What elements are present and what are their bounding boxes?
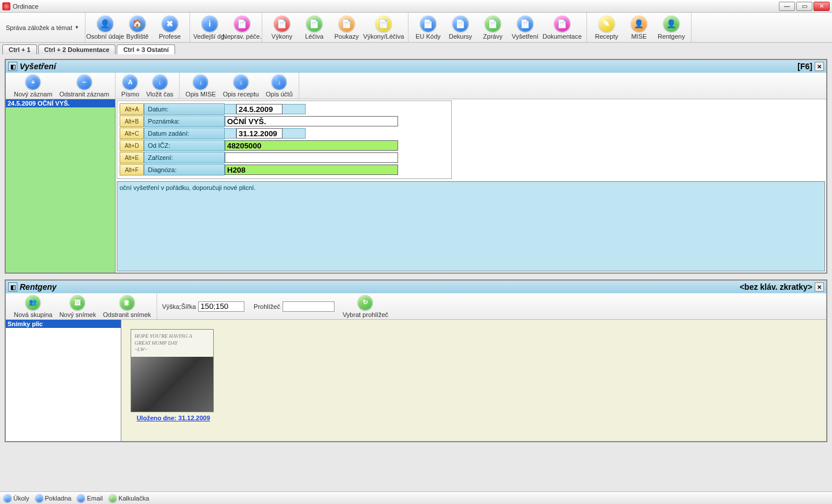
- toolbar-icon: 📄: [274, 16, 290, 32]
- panel-icon[interactable]: ◧: [8, 282, 17, 292]
- tab-strip: Ctrl + 1Ctrl + 2 DokumentaceCtrl + 3 Ost…: [0, 43, 832, 54]
- date-suffix-cell[interactable]: [283, 104, 306, 114]
- vys-opis-mise[interactable]: ↓Opis MISE: [182, 73, 220, 99]
- choose-viewer-button[interactable]: ↻ Vybrat prohlížeč: [339, 293, 392, 319]
- maximize-button[interactable]: ▭: [796, 2, 812, 11]
- vysetreni-toolbar: +Nový záznam−Odstranit záznamAPísmo↓Vlož…: [6, 73, 826, 99]
- toolbar-recepty[interactable]: ✎Recepty: [590, 13, 623, 42]
- vys-opis-receptu[interactable]: ↓Opis receptu: [220, 73, 262, 99]
- rentgeny-thumbnails: HOPE YOU'RE HAVING A GREAT HUMP DAY ~LW~…: [121, 320, 826, 441]
- vys-odstranit-z-znam[interactable]: −Odstranit záznam: [56, 73, 113, 99]
- vysetreni-list[interactable]: 24.5.2009 OČNÍ VYŠ.: [6, 99, 116, 272]
- tab[interactable]: Ctrl + 3 Ostatní: [117, 44, 175, 54]
- toolbar-icon: 📄: [420, 16, 436, 32]
- toolbar-vedlej-dg-[interactable]: iVedlejší dg.: [194, 13, 226, 42]
- status-icon: [3, 494, 12, 502]
- button-label: Vložit čas: [146, 91, 173, 98]
- vys-nov-z-znam[interactable]: +Nový záznam: [10, 73, 56, 99]
- vysetreni-note[interactable]: oční vyšetření v pořádku, doporučuji nov…: [117, 181, 825, 271]
- toolbar-vy-et-en-[interactable]: 📄Vyšetření: [509, 13, 541, 42]
- status-pokladna[interactable]: Pokladna: [35, 494, 72, 502]
- form-row: Alt+DOd IČZ:: [120, 140, 449, 151]
- hotkey-badge: Alt+D: [120, 140, 144, 151]
- toolbar-rentgeny[interactable]: 👤Rentgeny: [655, 13, 688, 42]
- date-suffix-cell[interactable]: [283, 128, 306, 139]
- button-icon: 🖼: [70, 295, 85, 310]
- status-email[interactable]: Email: [77, 494, 103, 502]
- hotkey-badge: Alt+E: [120, 152, 144, 163]
- toolbar-bydli-t-[interactable]: 🏠Bydliště: [121, 13, 154, 42]
- toolbar-mise[interactable]: 👤MISE: [623, 13, 655, 42]
- rentgeny-list[interactable]: Snímky plic: [6, 320, 121, 441]
- vys-opis-t-[interactable]: ↓Opis účtů: [262, 73, 296, 99]
- toolbar-poukazy[interactable]: 📄Poukazy: [330, 13, 363, 42]
- close-button[interactable]: ✕: [814, 2, 830, 11]
- overlay-line-3: ~LW~: [135, 346, 210, 353]
- toolbar-dokumentace[interactable]: 📄Dokumentace: [541, 13, 583, 42]
- toolbar-icon: 📄: [554, 16, 570, 32]
- button-icon: A: [122, 74, 138, 89]
- field-value-wrap: [225, 164, 449, 176]
- toolbar-icon: 📄: [452, 16, 469, 32]
- button-label: Nový snímek: [60, 311, 96, 318]
- panel-close-button[interactable]: ✕: [815, 282, 824, 292]
- hotkey-badge: Alt+A: [120, 103, 144, 115]
- text-input[interactable]: [225, 116, 398, 126]
- manage-tabs-menu[interactable]: Správa záložek a témat ▼: [0, 13, 86, 42]
- button-icon: 🗑: [120, 295, 135, 310]
- button-icon: ↓: [193, 74, 208, 89]
- tab[interactable]: Ctrl + 2 Dokumentace: [38, 44, 116, 54]
- status-kalkulačka[interactable]: Kalkulačka: [109, 494, 149, 502]
- rentgeny-list-row-selected[interactable]: Snímky plic: [6, 320, 121, 328]
- rtg-nov-skupina[interactable]: 👥Nová skupina: [10, 293, 56, 319]
- toolbar-label: Recepty: [595, 33, 618, 40]
- panel-close-button[interactable]: ✕: [815, 62, 824, 71]
- toolbar-profese[interactable]: ✖Profese: [154, 13, 186, 42]
- date-prefix-cell[interactable]: [225, 104, 236, 114]
- toolbar-neprav-p-e-[interactable]: 📄Neprav. péče.: [226, 13, 258, 42]
- text-input[interactable]: [225, 140, 398, 151]
- status-icon: [77, 494, 85, 502]
- thumbnail-caption[interactable]: Uloženo dne: 31.12.2009: [131, 412, 216, 421]
- toolbar-dekursy[interactable]: 📄Dekursy: [444, 13, 477, 42]
- toolbar-label: Zprávy: [483, 33, 503, 40]
- toolbar-eu-k-dy[interactable]: 📄EU Kódy: [412, 13, 444, 42]
- titlebar: Ordinace — ▭ ✕: [0, 0, 832, 13]
- rtg-odstranit-sn-mek[interactable]: 🗑Odstranit snímek: [99, 293, 154, 319]
- date-input[interactable]: [236, 128, 283, 139]
- status-icon: [35, 494, 43, 502]
- toolbar-label: Léčiva: [305, 33, 324, 40]
- vysetreni-list-row-selected[interactable]: 24.5.2009 OČNÍ VYŠ.: [6, 99, 115, 107]
- vys-p-smo[interactable]: APísmo: [118, 73, 143, 99]
- form-row: Alt+EZařízení:: [120, 152, 449, 163]
- status-úkoly[interactable]: Úkoly: [3, 494, 29, 502]
- button-label: Opis účtů: [266, 91, 292, 98]
- date-input[interactable]: [236, 104, 283, 114]
- date-prefix-cell[interactable]: [225, 128, 236, 139]
- viewer-input[interactable]: [283, 301, 335, 312]
- toolbar-l-iva[interactable]: 📄Léčiva: [298, 13, 330, 42]
- rtg-nov-sn-mek[interactable]: 🖼Nový snímek: [56, 293, 100, 319]
- xray-thumbnail[interactable]: HOPE YOU'RE HAVING A GREAT HUMP DAY ~LW~…: [131, 329, 216, 421]
- toolbar-icon: i: [202, 16, 218, 32]
- vysetreni-header: ◧ Vyšetření [F6] ✕: [6, 60, 826, 73]
- size-input[interactable]: [198, 301, 244, 312]
- button-label: Opis receptu: [223, 91, 259, 98]
- panel-icon[interactable]: ◧: [8, 62, 17, 71]
- window-title: Ordinace: [13, 3, 39, 10]
- toolbar-label: Osobní údaje: [86, 33, 124, 40]
- tab[interactable]: Ctrl + 1: [2, 44, 37, 54]
- toolbar-zpr-vy[interactable]: 📄Zprávy: [477, 13, 509, 42]
- toolbar-osobn-daje[interactable]: 👤Osobní údaje: [89, 13, 121, 42]
- text-input[interactable]: [225, 152, 398, 163]
- overlay-line-1: HOPE YOU'RE HAVING A: [135, 333, 210, 340]
- toolbar-v-kony-l-iva[interactable]: 📄Výkony/Léčiva: [363, 13, 404, 42]
- toolbar-v-kony[interactable]: 📄Výkony: [266, 13, 298, 42]
- minimize-button[interactable]: —: [779, 2, 795, 11]
- vys-vlo-it-as[interactable]: ↓Vložit čas: [143, 73, 177, 99]
- chevron-down-icon: ▼: [75, 25, 79, 30]
- toolbar-icon: 👤: [631, 16, 647, 32]
- text-input[interactable]: [225, 165, 398, 175]
- button-icon: ↓: [153, 74, 168, 89]
- hotkey-badge: Alt+C: [120, 128, 144, 139]
